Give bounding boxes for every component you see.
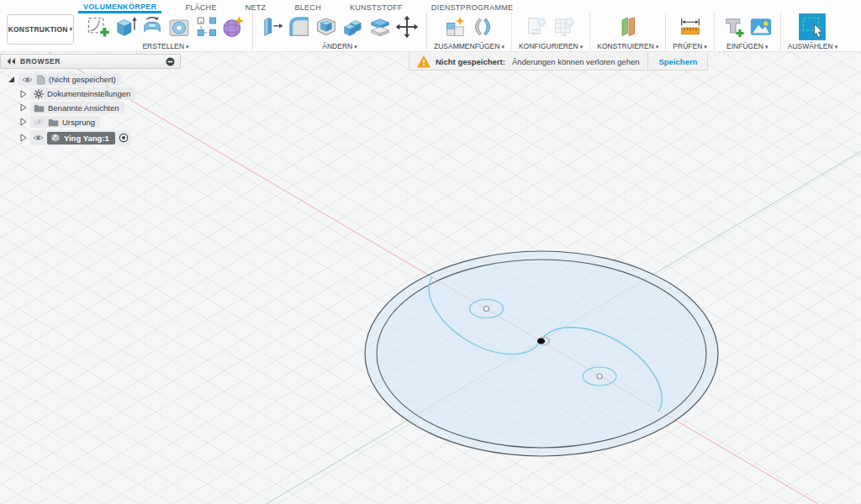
collapsed-arrow-icon[interactable] bbox=[20, 134, 27, 142]
configuration-table-icon[interactable] bbox=[552, 14, 577, 39]
tab-kunststoff[interactable]: KUNSTSTOFF bbox=[345, 1, 408, 13]
group-label-einfuegen[interactable]: EINFÜGEN▾ bbox=[726, 42, 768, 50]
tab-flaeche[interactable]: FLÄCHE bbox=[180, 1, 221, 13]
tree-row-named-views[interactable]: Benannte Ansichten bbox=[20, 102, 124, 113]
fillet-icon[interactable] bbox=[287, 14, 312, 39]
document-icon bbox=[36, 75, 45, 85]
folder-icon bbox=[48, 118, 59, 127]
component-cube-icon bbox=[50, 133, 61, 143]
joint-icon[interactable] bbox=[470, 14, 495, 39]
move-icon[interactable] bbox=[394, 14, 420, 39]
group-label-pruefen[interactable]: PRÜFEN▾ bbox=[673, 42, 706, 50]
create-form-icon[interactable] bbox=[220, 14, 246, 39]
hole-icon[interactable] bbox=[166, 14, 192, 39]
extrude-icon[interactable] bbox=[113, 14, 138, 39]
select-icon[interactable] bbox=[798, 13, 827, 41]
group-pruefen: PRÜFEN▾ bbox=[665, 13, 713, 50]
construction-plane-icon[interactable] bbox=[615, 14, 641, 39]
activate-component-radio-icon[interactable] bbox=[119, 133, 129, 143]
group-label-aendern[interactable]: ÄNDERN▾ bbox=[322, 42, 357, 50]
tree-item-label: Ying Yang:1 bbox=[64, 134, 109, 143]
visibility-eye-icon[interactable] bbox=[33, 134, 44, 142]
ribbon-toolbar: VOLUMENKÖRPER FLÄCHE NETZ BLECH KUNSTSTO… bbox=[0, 0, 861, 52]
new-component-icon[interactable] bbox=[443, 14, 468, 39]
visibility-eye-icon[interactable] bbox=[22, 76, 33, 84]
tree-row-document[interactable]: (Nicht gespeichert) bbox=[8, 73, 121, 86]
selected-component-highlight[interactable]: Ying Yang:1 bbox=[47, 132, 115, 144]
revolve-icon[interactable] bbox=[140, 14, 165, 39]
measure-icon[interactable] bbox=[678, 14, 703, 39]
tree-item-label: (Nicht gespeichert) bbox=[49, 75, 116, 84]
tree-item-label: Benannte Ansichten bbox=[48, 103, 119, 113]
upper-eye-center-point[interactable] bbox=[484, 307, 489, 312]
tab-volumenkoerper[interactable]: VOLUMENKÖRPER bbox=[78, 0, 161, 13]
browser-panel: BROWSER (Nicht gespeichert) bbox=[0, 54, 182, 150]
offset-face-icon[interactable] bbox=[367, 14, 393, 39]
origin-point[interactable] bbox=[537, 338, 545, 344]
insert-derive-icon[interactable] bbox=[721, 14, 747, 39]
group-label-konfigurieren[interactable]: KONFIGURIEREN▾ bbox=[519, 42, 583, 50]
expanded-arrow-icon[interactable] bbox=[8, 76, 15, 83]
tree-item-label: Ursprung bbox=[62, 118, 95, 127]
unsaved-warning-bar: Nicht gespeichert: Änderungen können ver… bbox=[409, 53, 708, 71]
group-auswaehlen: AUSWÄHLEN▾ bbox=[780, 13, 844, 50]
tree-row-component-ying-yang[interactable]: Ying Yang:1 bbox=[20, 130, 131, 145]
group-erstellen: ERSTELLEN▾ bbox=[79, 13, 252, 50]
tree-item-label: Dokumenteinstellungen bbox=[47, 89, 130, 98]
tree-row-document-settings[interactable]: Dokumenteinstellungen bbox=[20, 87, 135, 100]
save-button[interactable]: Speichern bbox=[648, 57, 707, 66]
gear-icon bbox=[34, 89, 44, 99]
tab-blech[interactable]: BLECH bbox=[289, 1, 326, 13]
tab-dienstprogramme[interactable]: DIENSTPROGRAMME bbox=[426, 1, 519, 13]
warning-message: Änderungen können verloren gehen bbox=[512, 57, 640, 66]
create-sketch-icon[interactable] bbox=[86, 14, 111, 39]
chevron-down-icon: ▾ bbox=[70, 26, 73, 33]
konstruktion-dropdown-button[interactable]: KONSTRUKTION▾ bbox=[7, 14, 74, 45]
group-label-zusammenfuegen[interactable]: ZUSAMMENFÜGEN▾ bbox=[434, 42, 504, 50]
collapse-panel-icon[interactable] bbox=[6, 57, 16, 66]
group-label-konstruieren[interactable]: KONSTRUIEREN▾ bbox=[597, 42, 658, 50]
collapsed-arrow-icon[interactable] bbox=[20, 90, 27, 98]
group-einfuegen: EINFÜGEN▾ bbox=[714, 13, 780, 50]
panel-menu-icon[interactable] bbox=[166, 57, 175, 66]
insert-image-icon[interactable] bbox=[748, 14, 774, 39]
warning-triangle-icon bbox=[417, 55, 430, 68]
folder-icon bbox=[34, 103, 45, 113]
rectangular-pattern-icon[interactable] bbox=[193, 14, 219, 39]
browser-title: BROWSER bbox=[20, 57, 166, 66]
tree-row-origin[interactable]: Ursprung bbox=[20, 116, 100, 128]
browser-header: BROWSER bbox=[0, 54, 181, 69]
ribbon-groups: ERSTELLEN▾ bbox=[79, 13, 844, 50]
group-aendern: ÄNDERN▾ bbox=[252, 13, 426, 50]
collapsed-arrow-icon[interactable] bbox=[20, 118, 27, 126]
group-konfigurieren: KONFIGURIEREN▾ bbox=[511, 13, 589, 50]
lower-eye-center-point[interactable] bbox=[597, 374, 602, 379]
combine-icon[interactable] bbox=[341, 14, 366, 39]
inner-ellipse[interactable] bbox=[377, 260, 706, 448]
collapsed-arrow-icon[interactable] bbox=[20, 103, 27, 112]
warning-title: Nicht gespeichert: bbox=[436, 57, 505, 66]
configuration-document-icon[interactable] bbox=[525, 14, 550, 39]
shell-icon[interactable] bbox=[314, 14, 339, 39]
ribbon-tabs: VOLUMENKÖRPER FLÄCHE NETZ BLECH KUNSTSTO… bbox=[78, 0, 518, 13]
group-zusammenfuegen: ZUSAMMENFÜGEN▾ bbox=[426, 13, 511, 50]
konstruktion-label: KONSTRUKTION bbox=[8, 25, 68, 34]
group-label-auswaehlen[interactable]: AUSWÄHLEN▾ bbox=[788, 42, 837, 50]
group-label-erstellen[interactable]: ERSTELLEN▾ bbox=[142, 42, 188, 50]
group-konstruieren: KONSTRUIEREN▾ bbox=[589, 13, 665, 50]
press-pull-icon[interactable] bbox=[260, 14, 285, 39]
visibility-off-eye-icon[interactable] bbox=[34, 118, 45, 126]
tab-netz[interactable]: NETZ bbox=[240, 1, 272, 13]
